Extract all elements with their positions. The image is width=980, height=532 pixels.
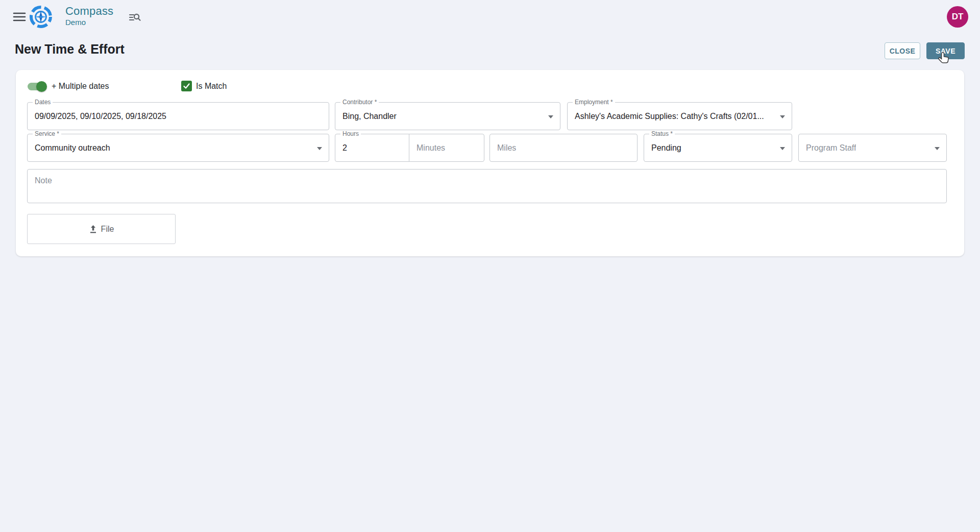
multiple-dates-label: + Multiple dates [52, 82, 109, 91]
hours-value: 2 [342, 143, 347, 153]
time-effort-form-card: + Multiple dates Is Match Dates 09/09/20… [16, 70, 964, 256]
brand: Compass Demo [65, 5, 113, 27]
compass-logo[interactable] [28, 4, 54, 30]
hours-field[interactable]: Hours 2 [335, 134, 409, 162]
manage-search-icon[interactable] [128, 11, 141, 24]
miles-field[interactable]: Miles [489, 134, 638, 162]
user-avatar[interactable]: DT [947, 6, 968, 28]
program-staff-placeholder: Program Staff [806, 143, 856, 153]
note-placeholder: Note [35, 176, 52, 185]
service-select[interactable]: Service * Community outreach [27, 134, 329, 162]
minutes-placeholder: Minutes [416, 143, 445, 153]
multiple-dates-toggle[interactable] [28, 82, 46, 91]
brand-name: Compass [65, 5, 113, 17]
dropdown-arrow-icon [780, 115, 785, 118]
dates-label: Dates [33, 99, 53, 106]
is-match-label: Is Match [196, 82, 227, 91]
minutes-field[interactable]: Minutes [409, 134, 484, 162]
status-select[interactable]: Status * Pending [644, 134, 792, 162]
dropdown-arrow-icon [780, 147, 785, 150]
close-button[interactable]: CLOSE [885, 42, 920, 59]
contributor-value: Bing, Chandler [342, 112, 397, 121]
app-bar: Compass Demo DT [0, 0, 980, 34]
employment-value: Ashley's Academic Supplies: Cathy's Craf… [575, 112, 764, 121]
miles-placeholder: Miles [497, 143, 516, 153]
dates-field[interactable]: Dates 09/09/2025, 09/10/2025, 09/18/2025 [27, 102, 329, 130]
contributor-select[interactable]: Contributor * Bing, Chandler [335, 102, 560, 130]
hours-label: Hours [340, 130, 361, 138]
employment-select[interactable]: Employment * Ashley's Academic Supplies:… [567, 102, 792, 130]
employment-label: Employment * [573, 99, 615, 106]
file-upload-button[interactable]: File [27, 214, 176, 244]
toggle-thumb [36, 81, 47, 92]
service-value: Community outreach [35, 143, 110, 153]
dates-value: 09/09/2025, 09/10/2025, 09/18/2025 [35, 112, 166, 121]
brand-environment: Demo [65, 18, 113, 27]
dropdown-arrow-icon [935, 147, 940, 150]
status-label: Status * [649, 130, 675, 138]
menu-icon[interactable] [12, 10, 27, 23]
file-button-label: File [101, 225, 114, 234]
dropdown-arrow-icon [548, 115, 553, 118]
avatar-initials: DT [952, 12, 964, 22]
service-label: Service * [33, 130, 61, 138]
dropdown-arrow-icon [317, 147, 322, 150]
page-title: New Time & Effort [15, 42, 125, 57]
note-textarea[interactable]: Note [27, 169, 947, 203]
status-value: Pending [651, 143, 681, 153]
is-match-checkbox[interactable] [181, 81, 192, 91]
save-button[interactable]: SAVE [926, 42, 965, 59]
program-staff-select[interactable]: Program Staff [798, 134, 947, 162]
contributor-label: Contributor * [340, 99, 379, 106]
upload-icon [89, 225, 97, 234]
checkmark-icon [183, 82, 190, 90]
